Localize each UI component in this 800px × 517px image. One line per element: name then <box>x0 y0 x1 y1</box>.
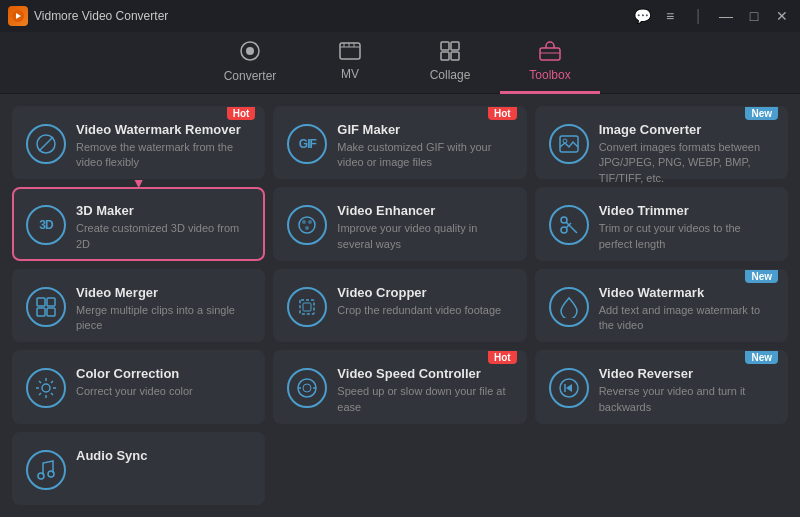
svg-marker-47 <box>566 384 572 392</box>
tool-desc-video-reverser: Reverse your video and turn it backwards <box>599 384 774 415</box>
tool-name-video-watermark-remover: Video Watermark Remover <box>76 122 251 137</box>
tool-name-video-enhancer: Video Enhancer <box>337 203 512 218</box>
tool-card-video-merger[interactable]: Video Merger Merge multiple clips into a… <box>12 269 265 342</box>
svg-point-19 <box>299 217 315 233</box>
tool-icon-video-enhancer <box>287 205 327 245</box>
tool-name-video-merger: Video Merger <box>76 285 251 300</box>
title-bar: Vidmore Video Converter 💬 ≡ | — □ ✕ <box>0 0 800 32</box>
tool-name-video-reverser: Video Reverser <box>599 366 774 381</box>
tool-icon-video-merger <box>26 287 66 327</box>
tool-desc-color-correction: Correct your video color <box>76 384 251 399</box>
tool-card-audio-sync[interactable]: Audio Sync <box>12 432 265 505</box>
badge-video-watermark: New <box>745 270 778 283</box>
tool-card-3d-maker[interactable]: 3D 3D Maker Create customized 3D video f… <box>12 187 265 260</box>
toolbox-icon <box>539 41 561 64</box>
tool-icon-audio-sync <box>26 450 66 490</box>
svg-point-22 <box>305 226 309 230</box>
tool-card-video-enhancer[interactable]: Video Enhancer Improve your video qualit… <box>273 187 526 260</box>
tool-info-gif-maker: GIF Maker Make customized GIF with your … <box>337 122 512 171</box>
svg-rect-27 <box>37 298 45 306</box>
tool-icon-3d-maker: 3D <box>26 205 66 245</box>
tool-desc-video-speed-controller: Speed up or slow down your file at ease <box>337 384 512 415</box>
tool-info-video-enhancer: Video Enhancer Improve your video qualit… <box>337 203 512 252</box>
tool-desc-video-enhancer: Improve your video quality in several wa… <box>337 221 512 252</box>
tab-toolbox-label: Toolbox <box>529 68 570 82</box>
svg-rect-12 <box>451 52 459 60</box>
tool-info-color-correction: Color Correction Correct your video colo… <box>76 366 251 399</box>
tool-card-video-reverser[interactable]: New Video Reverser Reverse your video an… <box>535 350 788 423</box>
svg-point-49 <box>38 473 44 479</box>
svg-point-3 <box>246 47 254 55</box>
badge-video-reverser: New <box>745 351 778 364</box>
tool-name-image-converter: Image Converter <box>599 122 774 137</box>
tool-desc-video-merger: Merge multiple clips into a single piece <box>76 303 251 334</box>
tool-card-color-correction[interactable]: Color Correction Correct your video colo… <box>12 350 265 423</box>
svg-point-50 <box>48 471 54 477</box>
close-button[interactable]: ✕ <box>772 6 792 26</box>
badge-image-converter: New <box>745 107 778 120</box>
tool-card-video-watermark[interactable]: New Video Watermark Add text and image w… <box>535 269 788 342</box>
tool-name-video-speed-controller: Video Speed Controller <box>337 366 512 381</box>
tool-card-video-speed-controller[interactable]: Hot Video Speed Controller Speed up or s… <box>273 350 526 423</box>
tool-info-video-watermark-remover: Video Watermark Remover Remove the water… <box>76 122 251 171</box>
minimize-button[interactable]: — <box>716 6 736 26</box>
title-bar-controls: 💬 ≡ | — □ ✕ <box>632 6 792 26</box>
tool-info-video-merger: Video Merger Merge multiple clips into a… <box>76 285 251 334</box>
tool-info-video-trimmer: Video Trimmer Trim or cut your videos to… <box>599 203 774 252</box>
tool-info-video-cropper: Video Cropper Crop the redundant video f… <box>337 285 512 318</box>
svg-line-25 <box>566 222 577 233</box>
converter-icon <box>239 40 261 65</box>
svg-rect-11 <box>441 52 449 60</box>
tool-icon-gif-maker: GIF <box>287 124 327 164</box>
app-title: Vidmore Video Converter <box>34 9 168 23</box>
tool-icon-video-speed-controller <box>287 368 327 408</box>
tool-desc-3d-maker: Create customized 3D video from 2D <box>76 221 251 252</box>
tool-name-video-trimmer: Video Trimmer <box>599 203 774 218</box>
tool-info-image-converter: Image Converter Convert images formats b… <box>599 122 774 186</box>
tab-mv[interactable]: MV <box>300 32 400 94</box>
svg-rect-9 <box>441 42 449 50</box>
tool-name-audio-sync: Audio Sync <box>76 448 251 463</box>
svg-rect-32 <box>303 303 311 311</box>
svg-point-33 <box>42 384 50 392</box>
tab-toolbox[interactable]: Toolbox <box>500 32 600 94</box>
tab-converter[interactable]: Converter <box>200 32 300 94</box>
tool-desc-gif-maker: Make customized GIF with your video or i… <box>337 140 512 171</box>
tool-info-video-speed-controller: Video Speed Controller Speed up or slow … <box>337 366 512 415</box>
menu-button[interactable]: ≡ <box>660 6 680 26</box>
tool-desc-video-watermark: Add text and image watermark to the vide… <box>599 303 774 334</box>
tool-name-3d-maker: 3D Maker <box>76 203 251 218</box>
svg-rect-29 <box>37 308 45 316</box>
tool-card-video-cropper[interactable]: Video Cropper Crop the redundant video f… <box>273 269 526 342</box>
svg-line-16 <box>39 137 53 151</box>
svg-line-38 <box>39 381 41 383</box>
collage-icon <box>440 41 460 64</box>
tool-info-audio-sync: Audio Sync <box>76 448 251 466</box>
svg-line-41 <box>39 393 41 395</box>
svg-point-21 <box>308 220 312 224</box>
svg-line-40 <box>51 381 53 383</box>
arrow-down-video-watermark-remover: ▼ <box>132 175 146 191</box>
tool-icon-video-watermark-remover <box>26 124 66 164</box>
mv-icon <box>339 42 361 63</box>
app-logo <box>8 6 28 26</box>
tool-name-video-watermark: Video Watermark <box>599 285 774 300</box>
tab-collage-label: Collage <box>430 68 471 82</box>
tool-card-image-converter[interactable]: New Image Converter Convert images forma… <box>535 106 788 179</box>
badge-video-watermark-remover: Hot <box>227 107 256 120</box>
tool-name-video-cropper: Video Cropper <box>337 285 512 300</box>
tab-mv-label: MV <box>341 67 359 81</box>
chat-button[interactable]: 💬 <box>632 6 652 26</box>
tool-icon-image-converter <box>549 124 589 164</box>
tab-collage[interactable]: Collage <box>400 32 500 94</box>
maximize-button[interactable]: □ <box>744 6 764 26</box>
tool-icon-video-watermark <box>549 287 589 327</box>
tool-card-gif-maker[interactable]: Hot GIF GIF Maker Make customized GIF wi… <box>273 106 526 179</box>
svg-rect-10 <box>451 42 459 50</box>
svg-rect-30 <box>47 308 55 316</box>
tool-card-video-watermark-remover[interactable]: Hot Video Watermark Remover Remove the w… <box>12 106 265 179</box>
tool-info-video-reverser: Video Reverser Reverse your video and tu… <box>599 366 774 415</box>
nav-bar: Converter MV Collage <box>0 32 800 94</box>
tool-card-video-trimmer[interactable]: Video Trimmer Trim or cut your videos to… <box>535 187 788 260</box>
tool-desc-video-watermark-remover: Remove the watermark from the video flex… <box>76 140 251 171</box>
